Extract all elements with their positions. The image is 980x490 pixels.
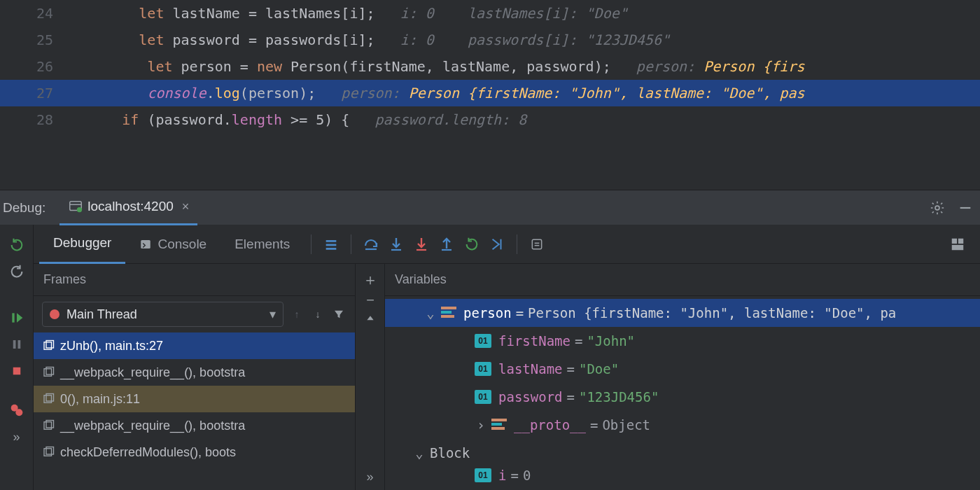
var-lastName[interactable]: 01lastName="Doe" [385,355,980,383]
force-step-into-button[interactable] [409,232,434,257]
frame-item[interactable]: __webpack_require__(), bootstra [34,359,355,386]
debug-session-tab[interactable]: localhost:4200 × [59,190,197,225]
tab-console[interactable]: Console [125,225,220,264]
var-value: Object [602,417,650,433]
svg-rect-28 [952,244,964,249]
prev-frame-button[interactable]: ↑ [289,307,304,322]
code-line[interactable]: 27 console.log(person); person: Person {… [0,80,980,106]
primitive-icon: 01 [475,390,491,404]
var-value: "123JD456" [579,389,659,405]
breakpoint-dot-icon [50,309,59,319]
svg-rect-11 [141,240,151,248]
resume-button[interactable] [4,304,29,331]
stackframe-icon [42,340,55,352]
code-content[interactable]: let password = passwords[i]; i: 0 passwo… [71,31,980,48]
remove-watch-button[interactable]: － [363,292,378,307]
line-number: 24 [0,5,71,22]
svg-rect-6 [13,340,15,349]
frames-header: Frames [34,264,355,296]
debug-side-toolbar: » [0,225,34,490]
var-firstName[interactable]: 01firstName="John" [385,327,980,355]
debug-title: Debug: [0,200,54,216]
svg-rect-7 [18,340,20,349]
frame-item[interactable]: 0(), main.js:11 [34,386,355,412]
debug-toolwindow-header: Debug: localhost:4200 × [0,190,980,225]
object-icon [491,419,507,431]
primitive-icon: 01 [475,362,491,376]
svg-point-3 [935,206,939,210]
variables-header: Variables [385,264,980,296]
evaluate-button[interactable] [524,232,550,257]
run-to-cursor-button[interactable] [484,232,510,257]
debugger-tabs-row: Debugger Console Elements [34,225,980,264]
code-line[interactable]: 24 let lastName = lastNames[i]; i: 0 las… [0,0,980,27]
stop-button[interactable] [4,358,29,384]
block-label: Block [430,445,470,461]
stackframe-icon [42,419,55,432]
stackframe-icon [42,446,55,458]
line-number: 26 [0,58,71,75]
rerun-button[interactable] [4,232,29,258]
frame-item[interactable]: __webpack_require__(), bootstra [34,412,355,439]
frame-list[interactable]: zUnb(), main.ts:27__webpack_require__(),… [34,332,355,490]
breakpoints-button[interactable] [4,397,29,424]
step-out-button[interactable] [434,232,459,257]
watches-toolbar: ＋ － » [356,264,385,490]
frame-label: __webpack_require__(), bootstra [60,419,245,433]
code-editor[interactable]: 24 let lastName = lastNames[i]; i: 0 las… [0,0,980,190]
more-button[interactable]: » [4,424,29,450]
primitive-icon: 01 [475,334,491,348]
tab-debugger[interactable]: Debugger [39,225,125,264]
next-frame-button[interactable]: ↓ [310,307,326,322]
code-content[interactable]: let person = new Person(firstName, lastN… [71,58,980,75]
svg-rect-23 [533,239,542,248]
var-name: i [498,468,506,483]
var-value: Person {firstName: "John", lastName: "Do… [528,305,896,321]
pause-button[interactable] [4,331,29,358]
code-content[interactable]: let lastName = lastNames[i]; i: 0 lastNa… [71,5,980,22]
svg-rect-26 [952,238,957,243]
frames-pane: Frames Main Thread ▾ ↑ ↓ zUnb(), main.ts… [34,264,356,490]
frame-item[interactable]: zUnb(), main.ts:27 [34,332,355,359]
var-password[interactable]: 01password="123JD456" [385,383,980,411]
step-over-button[interactable] [358,232,384,257]
filter-icon[interactable] [331,307,346,322]
code-content[interactable]: if (password.length >= 5) { password.len… [71,111,980,128]
chevron-down-icon: ▾ [270,307,276,322]
object-icon [441,307,456,319]
gear-icon[interactable] [930,200,945,216]
chevron-down-icon: ⌄ [424,305,437,321]
svg-rect-5 [12,313,14,322]
browser-icon [68,199,83,214]
add-watch-button[interactable]: ＋ [363,272,378,288]
minimize-icon[interactable] [958,200,973,216]
layout-button[interactable] [945,232,970,257]
session-label: localhost:4200 [88,199,174,214]
code-line[interactable]: 26 let person = new Person(firstName, la… [0,53,980,80]
restart-button[interactable] [4,258,29,285]
thread-name: Main Thread [66,307,137,322]
tab-elements[interactable]: Elements [220,225,304,264]
more-watches-button[interactable]: » [363,469,378,484]
threads-icon[interactable] [318,232,344,257]
thread-selector[interactable]: Main Thread ▾ [42,302,284,327]
chevron-down-icon: ⌄ [413,445,426,461]
step-into-button[interactable] [384,232,409,257]
drop-frame-button[interactable] [459,232,484,257]
var-block[interactable]: ⌄ Block [385,439,980,467]
move-up-button[interactable] [363,312,378,327]
frame-label: zUnb(), main.ts:27 [60,339,163,354]
frame-item[interactable]: checkDeferredModules(), boots [34,439,355,465]
code-line[interactable]: 25 let password = passwords[i]; i: 0 pas… [0,27,980,53]
var-name: lastName [498,361,563,377]
close-icon[interactable]: × [182,200,190,214]
code-line[interactable]: 28 if (password.length >= 5) { password.… [0,106,980,133]
var-proto[interactable]: › __proto__ = Object [385,411,980,439]
variables-tree[interactable]: ⌄ person = Person {firstName: "John", la… [385,296,980,490]
code-content[interactable]: console.log(person); person: Person {fir… [71,85,980,102]
var-person[interactable]: ⌄ person = Person {firstName: "John", la… [385,299,980,327]
stackframe-icon [42,366,55,379]
frame-label: 0(), main.js:11 [60,392,140,407]
var-i[interactable]: 01 i = 0 [385,467,980,484]
var-name: __proto__ [514,417,586,433]
